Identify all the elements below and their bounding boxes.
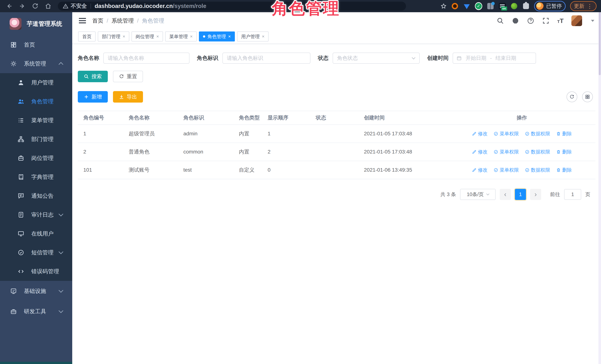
sidebar-item-online-users[interactable]: 在线用户: [0, 224, 72, 243]
menu-permission-label: 菜单权限: [500, 130, 519, 137]
bookmark-star-icon[interactable]: [441, 3, 447, 9]
browser-reload-icon[interactable]: [32, 3, 39, 10]
export-button[interactable]: 导出: [113, 91, 143, 103]
hamburger-icon[interactable]: [79, 18, 86, 23]
tab-posts[interactable]: 岗位管理×: [131, 31, 163, 41]
security-label[interactable]: 不安全: [71, 2, 87, 10]
date-start-placeholder[interactable]: 开始日期: [466, 55, 486, 62]
create-time-label: 创建时间: [427, 54, 449, 62]
sidebar-item-notice[interactable]: 通知公告: [0, 187, 72, 205]
delete-link[interactable]: 删除: [556, 167, 572, 173]
search-icon[interactable]: [497, 17, 504, 24]
close-icon[interactable]: ×: [123, 34, 125, 39]
sidebar-item-infrastructure[interactable]: 基础设施: [0, 281, 72, 301]
help-icon[interactable]: [527, 17, 534, 24]
data-permission-link[interactable]: 数据权限: [525, 167, 550, 173]
font-size-icon[interactable]: TT: [557, 17, 564, 24]
extension-gem-icon[interactable]: [463, 2, 471, 10]
edit-link[interactable]: 修改: [472, 149, 488, 155]
sidebar-item-sms[interactable]: 短信管理: [0, 243, 72, 262]
date-end-placeholder[interactable]: 结束日期: [495, 55, 516, 62]
date-range-picker[interactable]: 开始日期 - 结束日期: [453, 53, 536, 64]
page-1-button[interactable]: 1: [515, 189, 526, 200]
menu-permission-link[interactable]: 菜单权限: [494, 167, 519, 173]
reset-button[interactable]: 重置: [113, 71, 143, 82]
search-button-label: 搜索: [91, 73, 102, 80]
pagination: 共 3 条 10条/页 ‹ 1 › 前往 页: [78, 189, 595, 200]
extension-bug-icon[interactable]: [511, 2, 518, 10]
add-button[interactable]: 新增: [78, 91, 108, 103]
browser-menu-icon[interactable]: ⋮: [587, 3, 593, 10]
close-icon[interactable]: ×: [156, 34, 159, 39]
tab-users[interactable]: 用户管理×: [237, 31, 269, 41]
tab-label: 首页: [82, 33, 91, 40]
cell-created: 2021-01-05 17:03:48: [358, 131, 448, 137]
insecure-warning-icon[interactable]: [63, 3, 69, 9]
github-icon[interactable]: [512, 17, 519, 24]
reset-button-label: 重置: [127, 73, 137, 80]
refresh-table-button[interactable]: [567, 91, 577, 102]
browser-back-icon[interactable]: [6, 3, 13, 10]
sidebar-item-users[interactable]: 用户管理: [0, 73, 72, 92]
breadcrumb-system[interactable]: 系统管理: [111, 17, 134, 25]
page-size-select[interactable]: 10条/页: [460, 189, 496, 200]
sidebar-item-departments[interactable]: 部门管理: [0, 130, 72, 149]
tab-menus[interactable]: 菜单管理×: [165, 31, 197, 41]
status-select[interactable]: 角色状态: [333, 53, 420, 64]
tab-departments[interactable]: 部门管理×: [98, 31, 129, 41]
address-bar[interactable]: 不安全 dashboard.yudao.iocoder.cn /system/r…: [58, 2, 406, 10]
edit-link[interactable]: 修改: [472, 130, 488, 137]
sidebar-item-audit-log[interactable]: 审计日志: [0, 205, 72, 224]
browser-home-icon[interactable]: [45, 3, 51, 10]
column-settings-button[interactable]: [582, 91, 593, 102]
sidebar-item-home[interactable]: 首页: [0, 35, 72, 54]
data-permission-link[interactable]: 数据权限: [525, 130, 550, 137]
delete-link[interactable]: 删除: [556, 149, 572, 155]
role-name-input[interactable]: [103, 53, 190, 64]
goto-page-input[interactable]: [564, 189, 581, 200]
breadcrumb-separator: /: [107, 18, 108, 24]
delete-link[interactable]: 删除: [556, 130, 572, 137]
browser-forward-icon[interactable]: [19, 3, 26, 10]
sidebar-item-posts[interactable]: 岗位管理: [0, 149, 72, 167]
tab-home[interactable]: 首页: [78, 31, 96, 41]
page-unit-label: 页: [585, 191, 590, 198]
sidebar-item-label: 研发工具: [24, 308, 46, 315]
sidebar-item-roles[interactable]: 角色管理: [0, 92, 72, 111]
app-logo-row[interactable]: 芋道管理系统: [0, 12, 72, 35]
avatar-caret-icon[interactable]: [591, 20, 594, 22]
sidebar-item-label: 角色管理: [31, 98, 53, 105]
profile-paused-pill[interactable]: 已暂停: [534, 1, 566, 11]
fullscreen-icon[interactable]: [542, 17, 550, 24]
edit-link[interactable]: 修改: [472, 167, 488, 173]
extension-target-icon[interactable]: [451, 2, 459, 10]
scrollbar-track[interactable]: [598, 12, 601, 364]
search-button[interactable]: 搜索: [78, 71, 108, 82]
browser-update-button[interactable]: 更新 ⋮: [570, 1, 597, 11]
menu-permission-link[interactable]: 菜单权限: [494, 130, 519, 137]
extension-grid-icon[interactable]: [487, 2, 494, 10]
sidebar-item-error-codes[interactable]: 错误码管理: [0, 262, 72, 281]
close-icon[interactable]: ×: [228, 34, 231, 39]
goto-label: 前往: [550, 191, 560, 198]
avatar[interactable]: [571, 15, 582, 26]
close-icon[interactable]: ×: [190, 34, 193, 39]
data-permission-link[interactable]: 数据权限: [525, 149, 550, 155]
breadcrumb-current: 角色管理: [142, 17, 164, 25]
role-key-input[interactable]: [222, 53, 311, 64]
menu-permission-link[interactable]: 菜单权限: [494, 149, 519, 155]
sidebar-item-dev-tools[interactable]: 研发工具: [0, 301, 72, 322]
tab-roles[interactable]: 角色管理×: [199, 31, 235, 41]
sidebar-item-menus[interactable]: 菜单管理: [0, 111, 72, 130]
prev-page-button[interactable]: ‹: [500, 189, 511, 200]
extension-lines-icon[interactable]: on: [499, 2, 506, 10]
sidebar-item-system[interactable]: 系统管理: [0, 54, 72, 73]
breadcrumb-home[interactable]: 首页: [92, 17, 103, 25]
gear-icon: [10, 60, 17, 67]
close-icon[interactable]: ×: [262, 34, 264, 39]
next-page-button[interactable]: ›: [530, 189, 541, 200]
extension-check-icon[interactable]: ✓: [475, 2, 482, 10]
extension-puzzle-icon[interactable]: [522, 2, 530, 10]
scrollbar-thumb[interactable]: [599, 12, 601, 75]
sidebar-item-dict[interactable]: 字典管理: [0, 167, 72, 187]
